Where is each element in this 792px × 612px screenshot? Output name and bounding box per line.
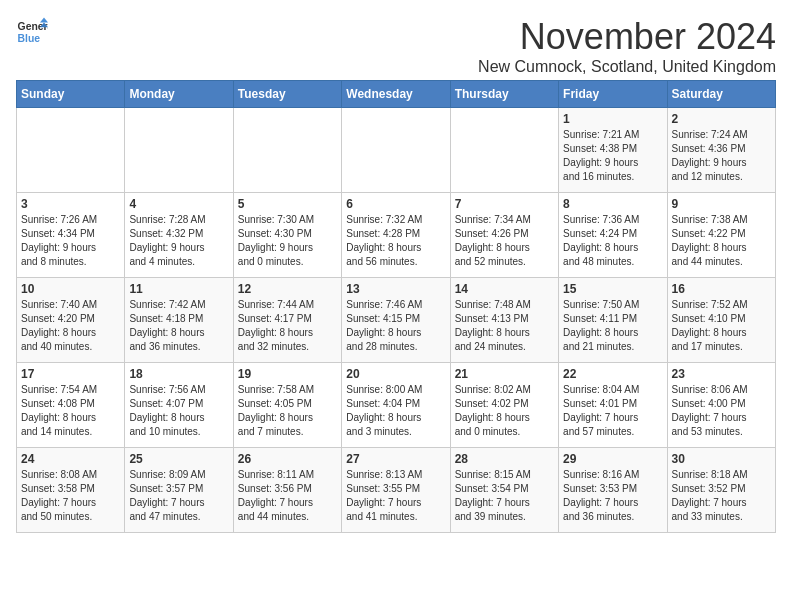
header-day-friday: Friday xyxy=(559,81,667,108)
day-number: 7 xyxy=(455,197,554,211)
calendar-cell: 26Sunrise: 8:11 AM Sunset: 3:56 PM Dayli… xyxy=(233,448,341,533)
calendar-cell: 14Sunrise: 7:48 AM Sunset: 4:13 PM Dayli… xyxy=(450,278,558,363)
calendar-cell: 9Sunrise: 7:38 AM Sunset: 4:22 PM Daylig… xyxy=(667,193,775,278)
day-number: 5 xyxy=(238,197,337,211)
calendar-cell: 25Sunrise: 8:09 AM Sunset: 3:57 PM Dayli… xyxy=(125,448,233,533)
day-number: 17 xyxy=(21,367,120,381)
calendar-cell xyxy=(125,108,233,193)
location-subtitle: New Cumnock, Scotland, United Kingdom xyxy=(478,58,776,76)
calendar-cell: 21Sunrise: 8:02 AM Sunset: 4:02 PM Dayli… xyxy=(450,363,558,448)
page-header: General Blue November 2024 New Cumnock, … xyxy=(16,16,776,76)
svg-text:Blue: Blue xyxy=(18,33,41,44)
calendar-week-3: 10Sunrise: 7:40 AM Sunset: 4:20 PM Dayli… xyxy=(17,278,776,363)
day-number: 27 xyxy=(346,452,445,466)
day-info: Sunrise: 7:34 AM Sunset: 4:26 PM Dayligh… xyxy=(455,213,554,269)
calendar-cell: 27Sunrise: 8:13 AM Sunset: 3:55 PM Dayli… xyxy=(342,448,450,533)
calendar-cell: 22Sunrise: 8:04 AM Sunset: 4:01 PM Dayli… xyxy=(559,363,667,448)
calendar-cell: 28Sunrise: 8:15 AM Sunset: 3:54 PM Dayli… xyxy=(450,448,558,533)
day-info: Sunrise: 8:04 AM Sunset: 4:01 PM Dayligh… xyxy=(563,383,662,439)
calendar-cell: 23Sunrise: 8:06 AM Sunset: 4:00 PM Dayli… xyxy=(667,363,775,448)
logo-icon: General Blue xyxy=(16,16,48,48)
calendar-cell: 11Sunrise: 7:42 AM Sunset: 4:18 PM Dayli… xyxy=(125,278,233,363)
day-number: 11 xyxy=(129,282,228,296)
calendar-week-1: 1Sunrise: 7:21 AM Sunset: 4:38 PM Daylig… xyxy=(17,108,776,193)
day-info: Sunrise: 7:28 AM Sunset: 4:32 PM Dayligh… xyxy=(129,213,228,269)
calendar-cell: 4Sunrise: 7:28 AM Sunset: 4:32 PM Daylig… xyxy=(125,193,233,278)
svg-marker-2 xyxy=(40,18,48,23)
day-number: 8 xyxy=(563,197,662,211)
day-number: 23 xyxy=(672,367,771,381)
day-number: 24 xyxy=(21,452,120,466)
day-info: Sunrise: 7:46 AM Sunset: 4:15 PM Dayligh… xyxy=(346,298,445,354)
day-number: 15 xyxy=(563,282,662,296)
calendar-cell: 2Sunrise: 7:24 AM Sunset: 4:36 PM Daylig… xyxy=(667,108,775,193)
day-info: Sunrise: 7:48 AM Sunset: 4:13 PM Dayligh… xyxy=(455,298,554,354)
day-number: 16 xyxy=(672,282,771,296)
day-info: Sunrise: 8:02 AM Sunset: 4:02 PM Dayligh… xyxy=(455,383,554,439)
calendar-cell: 16Sunrise: 7:52 AM Sunset: 4:10 PM Dayli… xyxy=(667,278,775,363)
day-info: Sunrise: 7:56 AM Sunset: 4:07 PM Dayligh… xyxy=(129,383,228,439)
day-info: Sunrise: 8:15 AM Sunset: 3:54 PM Dayligh… xyxy=(455,468,554,524)
calendar-cell xyxy=(17,108,125,193)
day-info: Sunrise: 7:21 AM Sunset: 4:38 PM Dayligh… xyxy=(563,128,662,184)
calendar-cell: 20Sunrise: 8:00 AM Sunset: 4:04 PM Dayli… xyxy=(342,363,450,448)
day-number: 28 xyxy=(455,452,554,466)
calendar-table: SundayMondayTuesdayWednesdayThursdayFrid… xyxy=(16,80,776,533)
day-info: Sunrise: 7:50 AM Sunset: 4:11 PM Dayligh… xyxy=(563,298,662,354)
calendar-cell: 24Sunrise: 8:08 AM Sunset: 3:58 PM Dayli… xyxy=(17,448,125,533)
day-info: Sunrise: 7:54 AM Sunset: 4:08 PM Dayligh… xyxy=(21,383,120,439)
day-number: 1 xyxy=(563,112,662,126)
header-day-saturday: Saturday xyxy=(667,81,775,108)
calendar-cell: 30Sunrise: 8:18 AM Sunset: 3:52 PM Dayli… xyxy=(667,448,775,533)
day-number: 2 xyxy=(672,112,771,126)
day-number: 22 xyxy=(563,367,662,381)
day-info: Sunrise: 8:11 AM Sunset: 3:56 PM Dayligh… xyxy=(238,468,337,524)
header-day-sunday: Sunday xyxy=(17,81,125,108)
logo: General Blue xyxy=(16,16,48,48)
day-number: 20 xyxy=(346,367,445,381)
header-day-thursday: Thursday xyxy=(450,81,558,108)
day-number: 9 xyxy=(672,197,771,211)
calendar-cell: 6Sunrise: 7:32 AM Sunset: 4:28 PM Daylig… xyxy=(342,193,450,278)
calendar-cell xyxy=(450,108,558,193)
day-number: 19 xyxy=(238,367,337,381)
day-info: Sunrise: 8:00 AM Sunset: 4:04 PM Dayligh… xyxy=(346,383,445,439)
calendar-week-2: 3Sunrise: 7:26 AM Sunset: 4:34 PM Daylig… xyxy=(17,193,776,278)
calendar-cell: 17Sunrise: 7:54 AM Sunset: 4:08 PM Dayli… xyxy=(17,363,125,448)
day-info: Sunrise: 8:16 AM Sunset: 3:53 PM Dayligh… xyxy=(563,468,662,524)
day-info: Sunrise: 7:30 AM Sunset: 4:30 PM Dayligh… xyxy=(238,213,337,269)
header-day-wednesday: Wednesday xyxy=(342,81,450,108)
day-info: Sunrise: 8:09 AM Sunset: 3:57 PM Dayligh… xyxy=(129,468,228,524)
day-number: 10 xyxy=(21,282,120,296)
day-number: 29 xyxy=(563,452,662,466)
calendar-cell: 18Sunrise: 7:56 AM Sunset: 4:07 PM Dayli… xyxy=(125,363,233,448)
calendar-cell: 15Sunrise: 7:50 AM Sunset: 4:11 PM Dayli… xyxy=(559,278,667,363)
day-info: Sunrise: 8:06 AM Sunset: 4:00 PM Dayligh… xyxy=(672,383,771,439)
day-info: Sunrise: 7:44 AM Sunset: 4:17 PM Dayligh… xyxy=(238,298,337,354)
day-info: Sunrise: 7:52 AM Sunset: 4:10 PM Dayligh… xyxy=(672,298,771,354)
day-number: 12 xyxy=(238,282,337,296)
calendar-cell: 13Sunrise: 7:46 AM Sunset: 4:15 PM Dayli… xyxy=(342,278,450,363)
day-info: Sunrise: 8:08 AM Sunset: 3:58 PM Dayligh… xyxy=(21,468,120,524)
header-day-tuesday: Tuesday xyxy=(233,81,341,108)
calendar-cell xyxy=(342,108,450,193)
day-info: Sunrise: 7:40 AM Sunset: 4:20 PM Dayligh… xyxy=(21,298,120,354)
day-info: Sunrise: 8:13 AM Sunset: 3:55 PM Dayligh… xyxy=(346,468,445,524)
day-info: Sunrise: 8:18 AM Sunset: 3:52 PM Dayligh… xyxy=(672,468,771,524)
title-block: November 2024 New Cumnock, Scotland, Uni… xyxy=(478,16,776,76)
day-number: 30 xyxy=(672,452,771,466)
calendar-cell: 1Sunrise: 7:21 AM Sunset: 4:38 PM Daylig… xyxy=(559,108,667,193)
calendar-cell: 12Sunrise: 7:44 AM Sunset: 4:17 PM Dayli… xyxy=(233,278,341,363)
calendar-week-5: 24Sunrise: 8:08 AM Sunset: 3:58 PM Dayli… xyxy=(17,448,776,533)
day-info: Sunrise: 7:24 AM Sunset: 4:36 PM Dayligh… xyxy=(672,128,771,184)
calendar-cell xyxy=(233,108,341,193)
day-number: 18 xyxy=(129,367,228,381)
calendar-cell: 3Sunrise: 7:26 AM Sunset: 4:34 PM Daylig… xyxy=(17,193,125,278)
day-info: Sunrise: 7:36 AM Sunset: 4:24 PM Dayligh… xyxy=(563,213,662,269)
day-number: 4 xyxy=(129,197,228,211)
header-day-monday: Monday xyxy=(125,81,233,108)
day-number: 26 xyxy=(238,452,337,466)
calendar-body: 1Sunrise: 7:21 AM Sunset: 4:38 PM Daylig… xyxy=(17,108,776,533)
day-info: Sunrise: 7:42 AM Sunset: 4:18 PM Dayligh… xyxy=(129,298,228,354)
day-info: Sunrise: 7:32 AM Sunset: 4:28 PM Dayligh… xyxy=(346,213,445,269)
